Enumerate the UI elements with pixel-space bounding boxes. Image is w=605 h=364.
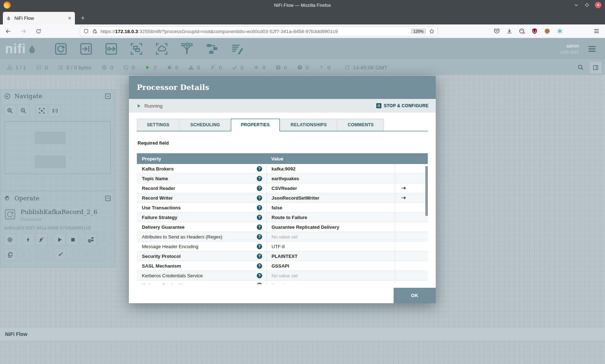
property-help-icon[interactable]: ? (257, 263, 262, 269)
window-maximize-icon[interactable] (584, 2, 590, 8)
toolbar-remote-process-group[interactable] (155, 42, 169, 56)
status-locally-modified-count: 0 (262, 64, 265, 70)
tab-close-icon[interactable] (67, 16, 72, 21)
property-row[interactable]: Topic Name?earthquakes (137, 174, 428, 183)
status-queued: 0 / 0 bytes (58, 64, 91, 70)
property-help-icon[interactable]: ? (257, 176, 262, 181)
tab-relationships[interactable]: RELATIONSHIPS (281, 119, 337, 131)
operate-title: Operate (14, 195, 101, 202)
logout-link[interactable]: LOG OUT (560, 50, 579, 54)
property-help-icon[interactable]: ? (257, 283, 262, 285)
cluster-icon (6, 64, 13, 70)
cookie-manager-button[interactable] (544, 28, 551, 35)
property-help-icon[interactable]: ? (257, 205, 262, 210)
table-scrollbar-thumb[interactable] (425, 166, 428, 216)
tab-properties[interactable]: PROPERTIES (231, 119, 280, 131)
collapse-navigate-icon[interactable] (104, 93, 111, 100)
property-help-icon[interactable]: ? (257, 195, 262, 201)
property-row[interactable]: Record Writer?JsonRecordSetWriter (137, 193, 428, 203)
tab-settings[interactable]: SETTINGS (137, 119, 179, 131)
bookmark-star-icon[interactable] (429, 28, 435, 34)
window-minimize-icon[interactable] (573, 2, 579, 8)
nifi-drop-icon (27, 42, 37, 57)
zoom-fit-icon (38, 107, 45, 114)
toolbar-template[interactable] (205, 42, 220, 56)
property-row[interactable]: Attributes to Send as Headers (Regex)?No… (137, 232, 428, 242)
pocket-button[interactable] (493, 28, 500, 35)
start-button[interactable] (54, 233, 66, 246)
new-tab-button[interactable] (79, 14, 87, 22)
browser-tab[interactable]: NiFi Flow (3, 12, 75, 24)
color-asterisk-button[interactable] (556, 28, 563, 35)
bulletin-panel-button[interactable] (589, 61, 602, 74)
property-row[interactable]: Kerberos Credentials Service?No value se… (137, 271, 428, 281)
toolbar-processor[interactable] (54, 42, 68, 56)
ok-button[interactable]: OK (394, 288, 436, 303)
property-help-icon[interactable]: ? (257, 224, 262, 230)
toolbar-funnel[interactable] (180, 42, 194, 56)
configure-button[interactable] (4, 233, 16, 246)
property-help-icon[interactable]: ? (257, 273, 262, 278)
reload-icon[interactable] (35, 28, 42, 35)
property-row[interactable]: Security Protocol?PLAINTEXT (137, 251, 428, 261)
zoom-actual-button[interactable] (49, 105, 61, 117)
copy-button[interactable] (4, 249, 16, 261)
zoom-in-button[interactable] (4, 105, 16, 117)
global-menu-icon[interactable] (587, 44, 597, 54)
privacy-mask-button[interactable] (519, 28, 525, 35)
window-close-button[interactable] (595, 2, 601, 8)
gear-icon (6, 236, 13, 243)
goto-service-icon[interactable] (401, 185, 407, 191)
toolbar-input-port[interactable] (79, 42, 94, 56)
url-bar[interactable]: https://172.18.0.3:32558/nifi/?processGr… (80, 26, 438, 36)
property-help-icon[interactable]: ? (257, 244, 262, 249)
toolbar-label[interactable] (230, 42, 245, 56)
selected-component-name: PublishKafkaRecord_2_6 (21, 208, 98, 215)
property-row[interactable]: Kafka Brokers?kafka:9092 (137, 164, 428, 174)
property-name: Use Transactions (142, 205, 257, 210)
search-icon[interactable] (577, 64, 584, 71)
property-row[interactable]: Use Transactions?false (137, 203, 428, 213)
property-help-icon[interactable]: ? (257, 254, 262, 259)
property-help-icon[interactable]: ? (257, 215, 262, 220)
property-help-icon[interactable]: ? (257, 234, 262, 240)
property-row[interactable]: Message Header Encoding?UTF-8 (137, 242, 428, 251)
disable-button[interactable] (35, 233, 48, 246)
toolbar-output-port[interactable] (104, 42, 119, 56)
stop-button[interactable] (67, 233, 79, 246)
goto-service-icon[interactable] (401, 195, 407, 201)
delete-button: DELETE (72, 249, 105, 261)
downloads-button[interactable] (506, 28, 513, 35)
connection-lock-icon[interactable] (92, 28, 98, 34)
page-zoom-badge[interactable]: 120% (411, 28, 426, 34)
selected-component-id: ec60cd03-52f7-341a-8458-97b3dd9901c9 (0, 222, 115, 231)
breadcrumb-root[interactable]: NiFi Flow (5, 331, 27, 337)
property-name: Record Writer (142, 195, 257, 201)
property-help-icon[interactable]: ? (257, 166, 262, 172)
property-row[interactable]: SASL Mechanism?GSSAPI (137, 261, 428, 271)
enable-button[interactable] (22, 233, 35, 246)
refresh-icon[interactable] (344, 65, 350, 70)
ublock-origin-button[interactable] (531, 28, 538, 35)
back-icon[interactable] (5, 28, 12, 35)
property-row[interactable]: Delivery Guarantee?Guarantee Replicated … (137, 222, 428, 232)
status-threads-count: 0 (45, 64, 48, 70)
property-help-icon[interactable]: ? (257, 186, 262, 191)
change-color-button[interactable] (54, 249, 66, 261)
collapse-operate-icon[interactable] (104, 195, 111, 202)
browser-menu-icon[interactable] (593, 28, 600, 35)
zoom-fit-button[interactable] (36, 105, 48, 117)
zoom-out-button[interactable] (17, 105, 30, 117)
create-template-button[interactable] (85, 233, 97, 246)
property-row[interactable]: Record Reader?CSVReader (137, 183, 428, 193)
tab-scheduling[interactable]: SCHEDULING (180, 119, 230, 131)
flow-minimap[interactable] (5, 121, 111, 174)
property-row[interactable]: Failure Strategy?Route to Failure (137, 213, 428, 222)
property-row[interactable]: Kerberos Service Name?No value set (137, 281, 428, 284)
stop-and-configure-button[interactable]: STOP & CONFIGURE (376, 103, 429, 109)
toolbar-process-group[interactable] (130, 42, 144, 56)
component-toolbar (54, 42, 245, 56)
tracking-shield-icon[interactable] (83, 28, 89, 34)
status-threads: 0 (36, 64, 48, 70)
tab-comments[interactable]: COMMENTS (337, 119, 384, 131)
